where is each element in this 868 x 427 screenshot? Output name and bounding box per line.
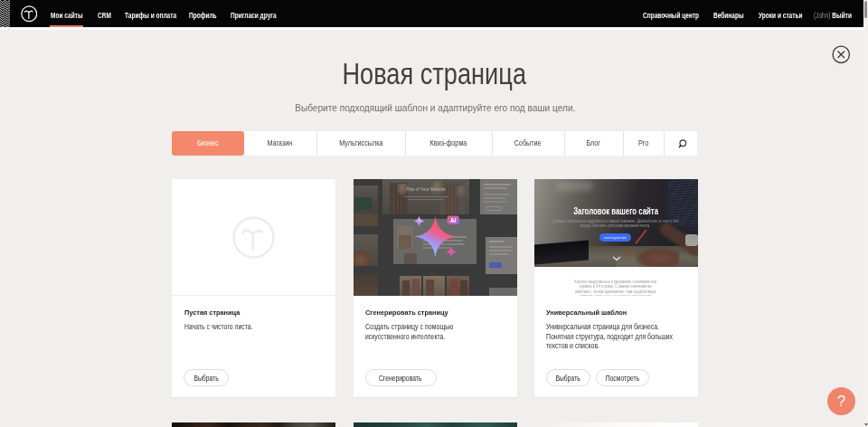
svg-text:AI: AI bbox=[449, 217, 456, 223]
